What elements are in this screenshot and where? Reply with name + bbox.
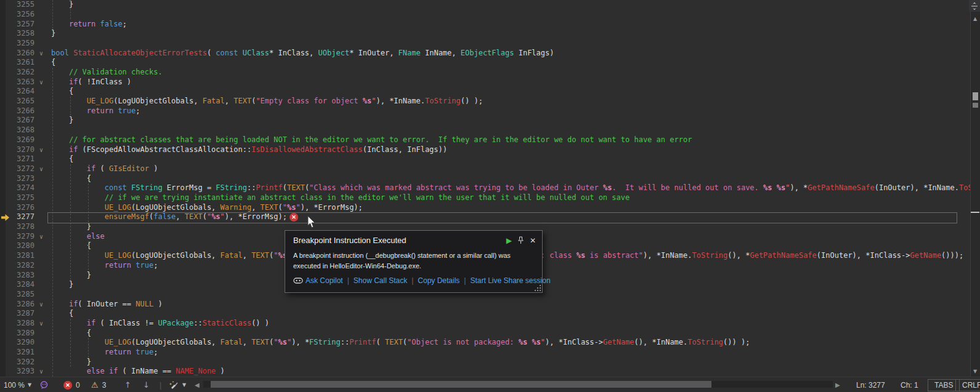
code-line[interactable]: 3275 // if we are trying instantiate an … [0,193,970,203]
code-line[interactable]: 3260∨bool StaticAllocateObjectErrorTests… [0,48,970,58]
glyph-margin[interactable] [0,0,10,10]
fold-chevron-icon[interactable]: ∨ [34,164,48,174]
glyph-margin[interactable] [0,367,10,377]
glyph-margin[interactable] [0,348,10,358]
code-text[interactable]: else if ( InName == NAME_None ) [48,367,225,377]
code-line[interactable]: 3269 // for abstract classes that are be… [0,135,970,145]
glyph-margin[interactable] [0,280,10,290]
glyph-margin[interactable] [0,154,10,164]
scroll-down-icon[interactable]: ▼ [971,369,979,374]
glyph-margin[interactable] [0,126,10,135]
fold-chevron-icon[interactable]: ∨ [34,145,48,155]
glyph-margin[interactable] [0,329,10,338]
fold-chevron-icon[interactable]: ∨ [34,232,48,242]
glyph-margin[interactable] [0,29,10,39]
continue-icon[interactable]: ▶ [506,236,512,245]
code-line[interactable]: 3268 [0,126,970,135]
code-text[interactable]: } [48,358,91,367]
code-text[interactable]: // Validation checks. [48,68,163,78]
code-text[interactable]: if( InOuter == NULL ) [48,300,163,310]
code-line[interactable]: 3263∨ if( !InClass ) [0,78,970,87]
hscroll-left-icon[interactable]: ◀ [195,377,200,392]
glyph-margin[interactable] [0,270,10,280]
code-text[interactable]: { [48,174,91,184]
code-text[interactable]: return false; [48,20,127,30]
pin-icon[interactable] [517,236,524,244]
code-line[interactable]: 3271 { [0,154,970,164]
glyph-margin[interactable] [0,299,10,309]
code-line[interactable]: 3290 UE_LOG(LogUObjectGlobals, Fatal, TE… [0,338,970,348]
glyph-margin[interactable] [0,319,10,329]
code-line[interactable]: 3273 { [0,174,970,183]
code-line[interactable]: 3293∨ else if ( InName == NAME_None ) [0,367,970,377]
code-line[interactable]: 3289 { [0,329,970,338]
glyph-margin[interactable] [0,10,10,20]
fold-chevron-icon[interactable]: ∨ [34,319,48,329]
fold-chevron-icon[interactable]: ∨ [34,367,48,377]
glyph-margin[interactable] [0,116,10,126]
code-text[interactable]: } [48,280,73,290]
popup-link-start-live-share-session[interactable]: Start Live Share session [470,276,550,285]
code-line[interactable]: 3262 // Validation checks. [0,68,970,78]
line-indicator[interactable]: Ln: 3277 [856,377,885,392]
glyph-margin[interactable] [0,87,10,97]
popup-link-copy-details[interactable]: Copy Details [418,276,460,285]
vertical-scrollbar[interactable] [970,0,980,377]
glyph-margin[interactable] [0,145,10,154]
code-text[interactable]: { [48,58,55,68]
hscroll-right-icon[interactable]: ▶ [835,377,840,392]
glyph-margin[interactable] [0,164,10,174]
glyph-margin[interactable] [0,68,10,78]
scroll-up-icon[interactable]: ▲ [971,16,979,22]
code-text[interactable]: { [48,329,91,338]
code-text[interactable]: // for abstract classes that are being l… [48,135,692,145]
code-line[interactable]: 3270∨ if (FScopedAllowAbstractClassAlloc… [0,145,970,154]
code-text[interactable]: return true; [48,261,158,271]
glyph-margin[interactable] [0,19,10,29]
fold-chevron-icon[interactable]: ∨ [34,300,48,310]
health-indicator-icon[interactable] [39,377,49,392]
code-text[interactable]: if( !InClass ) [48,78,131,87]
code-line[interactable]: 3291 return true; [0,348,970,358]
glyph-margin[interactable] [0,309,10,319]
glyph-margin[interactable] [0,261,10,271]
code-text[interactable]: } [48,0,73,10]
zoom-control[interactable]: 100 % ▼ [4,377,31,392]
code-line[interactable]: 3261{ [0,58,970,68]
column-indicator[interactable]: Ch: 1 [901,377,918,392]
glyph-margin[interactable] [0,48,10,58]
fold-chevron-icon[interactable]: ∨ [34,49,48,58]
code-line[interactable]: 3292 } [0,358,970,367]
code-text[interactable]: return true; [48,348,158,358]
glyph-margin[interactable] [0,241,10,251]
code-text[interactable]: const FString ErrorMsg = FString::Printf… [48,183,970,193]
code-line[interactable]: 3286∨ if( InOuter == NULL ) [0,299,970,309]
code-text[interactable]: } [48,222,91,232]
glyph-margin[interactable] [0,174,10,183]
code-text[interactable]: } [48,29,55,39]
code-text[interactable]: { [48,309,73,319]
code-line[interactable]: 3266 return true; [0,106,970,116]
code-line[interactable]: 3267 } [0,116,970,126]
close-icon[interactable]: ✕ [530,236,536,245]
code-text[interactable]: if ( InClass != UPackage::StaticClass() … [48,319,269,329]
code-text[interactable]: UE_LOG(LogUObjectGlobals, Warning, TEXT(… [48,203,363,213]
code-cleanup-button[interactable]: ▼ [169,377,186,392]
code-text[interactable]: if (FScopedAllowAbstractClassAllocation:… [48,145,447,155]
glyph-margin[interactable] [0,290,10,300]
code-line[interactable]: 3259 [0,39,970,49]
glyph-margin[interactable] [0,232,10,242]
code-text[interactable]: UE_LOG(LogUObjectGlobals, Fatal, TEXT("E… [48,97,483,106]
glyph-margin[interactable] [0,135,10,145]
glyph-margin[interactable] [0,78,10,87]
popup-link-show-call-stack[interactable]: Show Call Stack [354,276,407,285]
code-text[interactable]: else [48,232,105,242]
code-text[interactable]: bool StaticAllocateObjectErrorTests( con… [48,49,554,58]
code-text[interactable]: ensureMsgf(false, TEXT("%s"), *ErrorMsg)… [48,212,287,222]
editor-splitter-icon[interactable] [969,0,980,12]
glyph-margin[interactable] [0,358,10,367]
code-text[interactable]: return true; [48,106,140,116]
code-text[interactable]: { [48,154,73,164]
next-issue-button[interactable]: ↓ [143,377,150,392]
code-text[interactable]: // if we are trying instantiate an abstr… [48,193,630,203]
